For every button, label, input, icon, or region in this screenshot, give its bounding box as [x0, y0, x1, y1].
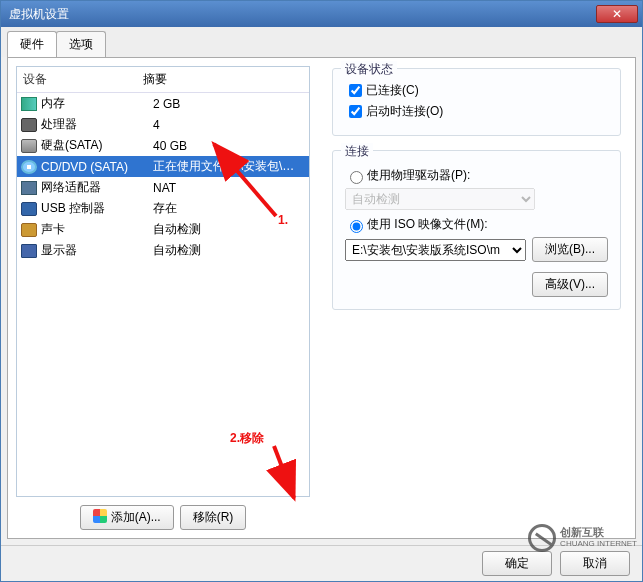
device-row[interactable]: 硬盘(SATA)40 GB: [17, 135, 309, 156]
device-row[interactable]: 处理器4: [17, 114, 309, 135]
device-name: 显示器: [41, 242, 153, 259]
vm-settings-window: 虚拟机设置 ✕ 硬件 选项 设备 摘要 内存2 GB处理器4硬盘(SATA)40…: [0, 0, 643, 582]
device-name: 内存: [41, 95, 153, 112]
tab-content: 设备 摘要 内存2 GB处理器4硬盘(SATA)40 GBCD/DVD (SAT…: [7, 57, 636, 539]
tab-hardware[interactable]: 硬件: [7, 31, 57, 57]
titlebar: 虚拟机设置 ✕: [1, 1, 642, 27]
mon-icon: [21, 244, 37, 258]
use-physical-label: 使用物理驱动器(P):: [367, 167, 470, 184]
device-summary: 正在使用文件 E:\安装包\安装版系统…: [153, 158, 305, 175]
shield-icon: [93, 509, 107, 523]
cd-icon: [21, 160, 37, 174]
watermark: 创新互联 CHUANG INTERNET: [528, 524, 637, 552]
mem-icon: [21, 97, 37, 111]
close-icon: ✕: [612, 7, 622, 21]
hdd-icon: [21, 139, 37, 153]
device-status-group: 设备状态 已连接(C) 启动时连接(O): [332, 68, 621, 136]
device-summary: 2 GB: [153, 97, 305, 111]
cpu-icon: [21, 118, 37, 132]
device-summary: 存在: [153, 200, 305, 217]
tabs: 硬件 选项: [1, 27, 642, 57]
device-summary: 自动检测: [153, 221, 305, 238]
device-name: 处理器: [41, 116, 153, 133]
connect-poweron-checkbox-row[interactable]: 启动时连接(O): [345, 102, 608, 121]
connection-group: 连接 使用物理驱动器(P): 自动检测 使用 ISO 映像文件(M):: [332, 150, 621, 310]
add-button[interactable]: 添加(A)...: [80, 505, 174, 530]
device-summary: 4: [153, 118, 305, 132]
device-name: 网络适配器: [41, 179, 153, 196]
device-list-header: 设备 摘要: [17, 67, 309, 93]
device-summary: NAT: [153, 181, 305, 195]
physical-drive-select: 自动检测: [345, 188, 535, 210]
browse-button[interactable]: 浏览(B)...: [532, 237, 608, 262]
use-iso-radio[interactable]: [350, 220, 363, 233]
device-summary: 40 GB: [153, 139, 305, 153]
device-row[interactable]: USB 控制器存在: [17, 198, 309, 219]
use-physical-radio[interactable]: [350, 171, 363, 184]
device-name: 声卡: [41, 221, 153, 238]
device-name: CD/DVD (SATA): [41, 160, 153, 174]
snd-icon: [21, 223, 37, 237]
connection-legend: 连接: [341, 143, 373, 160]
tab-options[interactable]: 选项: [56, 31, 106, 57]
device-name: 硬盘(SATA): [41, 137, 153, 154]
use-physical-radio-row[interactable]: 使用物理驱动器(P):: [345, 167, 608, 184]
connected-checkbox[interactable]: [349, 84, 362, 97]
advanced-button[interactable]: 高级(V)...: [532, 272, 608, 297]
device-list: 设备 摘要 内存2 GB处理器4硬盘(SATA)40 GBCD/DVD (SAT…: [16, 66, 310, 497]
window-title: 虚拟机设置: [9, 6, 596, 23]
device-status-legend: 设备状态: [341, 61, 397, 78]
col-device: 设备: [17, 67, 137, 92]
device-row[interactable]: 网络适配器NAT: [17, 177, 309, 198]
ok-button[interactable]: 确定: [482, 551, 552, 576]
nic-icon: [21, 181, 37, 195]
watermark-brand: 创新互联: [560, 526, 637, 538]
iso-path-select[interactable]: E:\安装包\安装版系统ISO\m: [345, 239, 526, 261]
use-iso-radio-row[interactable]: 使用 ISO 映像文件(M):: [345, 216, 608, 233]
connect-poweron-checkbox[interactable]: [349, 105, 362, 118]
close-button[interactable]: ✕: [596, 5, 638, 23]
col-summary: 摘要: [137, 67, 309, 92]
watermark-icon: [528, 524, 556, 552]
cancel-button[interactable]: 取消: [560, 551, 630, 576]
left-panel: 设备 摘要 内存2 GB处理器4硬盘(SATA)40 GBCD/DVD (SAT…: [8, 58, 318, 538]
device-name: USB 控制器: [41, 200, 153, 217]
device-row[interactable]: 显示器自动检测: [17, 240, 309, 261]
connected-label: 已连接(C): [366, 82, 419, 99]
right-panel: 设备状态 已连接(C) 启动时连接(O) 连接 使用物理驱动器(P):: [318, 58, 635, 538]
use-iso-label: 使用 ISO 映像文件(M):: [367, 216, 488, 233]
usb-icon: [21, 202, 37, 216]
left-buttons: 添加(A)... 移除(R): [16, 505, 310, 530]
device-row[interactable]: 声卡自动检测: [17, 219, 309, 240]
device-row[interactable]: CD/DVD (SATA)正在使用文件 E:\安装包\安装版系统…: [17, 156, 309, 177]
device-summary: 自动检测: [153, 242, 305, 259]
connected-checkbox-row[interactable]: 已连接(C): [345, 81, 608, 100]
watermark-sub: CHUANG INTERNET: [560, 538, 637, 550]
connect-poweron-label: 启动时连接(O): [366, 103, 443, 120]
remove-button[interactable]: 移除(R): [180, 505, 247, 530]
device-row[interactable]: 内存2 GB: [17, 93, 309, 114]
